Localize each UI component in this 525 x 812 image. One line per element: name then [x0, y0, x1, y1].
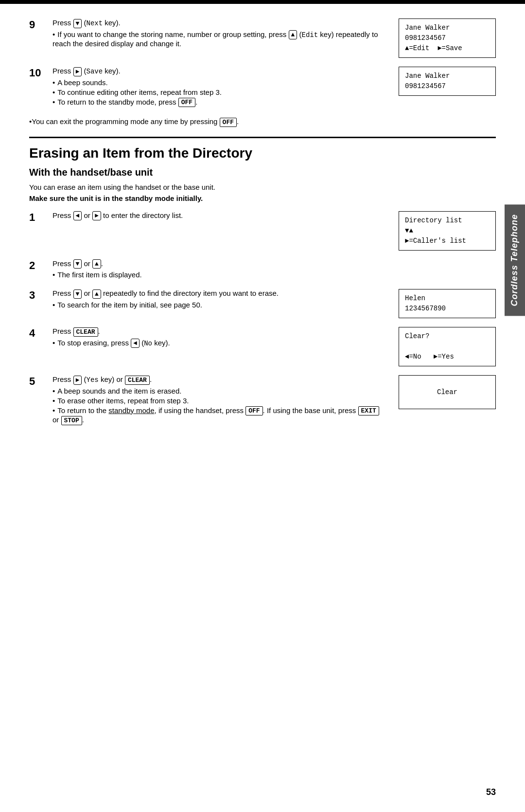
step-9-bullets: If you want to change the storing name, …	[52, 30, 384, 48]
step-3-bullets: To search for the item by initial, see p…	[52, 301, 384, 309]
key-down-3: ▼	[73, 289, 82, 299]
bullet-10-1: A beep sounds.	[52, 78, 384, 87]
step-4-number: 4	[29, 327, 49, 366]
key-right-5: ►	[73, 376, 82, 385]
key-off-10: OFF	[178, 98, 195, 107]
step-9: 9 Press ▼ (Next key). If you want to cha…	[29, 18, 496, 58]
bullet-9-1: If you want to change the storing name, …	[52, 30, 384, 48]
key-right-10: ►	[73, 67, 82, 76]
step-5: 5 Press ► (Yes key) or CLEAR. A beep sou…	[29, 375, 496, 427]
step-2: 2 Press ▼ or ▲. The first item is displa…	[29, 259, 496, 281]
page-number: 53	[486, 787, 496, 797]
key-clear-4: CLEAR	[73, 327, 98, 337]
section-divider	[29, 137, 496, 138]
step-10-main: Press ► (Save key).	[52, 67, 384, 76]
step-1-main: Press ◄ or ► to enter the directory list…	[52, 211, 384, 221]
key-right-1: ►	[92, 211, 101, 220]
bullet-4-1: To stop erasing, press ◄ (No key).	[52, 339, 384, 348]
step-9-main: Press ▼ (Next key).	[52, 18, 384, 28]
display-1: Directory list▼▲►=Caller's list	[399, 211, 496, 251]
bullet-5-2: To erase other items, repeat from step 3…	[52, 397, 384, 405]
step-4-bullets: To stop erasing, press ◄ (No key).	[52, 339, 384, 348]
key-label-9: Next	[87, 19, 103, 27]
bullet-5-1: A beep sounds and the item is erased.	[52, 387, 384, 395]
key-clear-5: CLEAR	[125, 376, 150, 385]
step-2-number: 2	[29, 259, 49, 281]
standby-note: Make sure the unit is in the standby mod…	[29, 194, 496, 202]
subsection-title: With the handset/base unit	[29, 167, 496, 178]
display-10: Jane Walker0981234567	[399, 67, 496, 96]
key-off-5: OFF	[245, 406, 262, 415]
intro-text: You can erase an item using the handset …	[29, 183, 496, 191]
step-3-main: Press ▼ or ▲ repeatedly to find the dire…	[52, 289, 384, 299]
key-left-1: ◄	[73, 211, 82, 220]
step-3-number: 3	[29, 289, 49, 318]
key-left-4: ◄	[131, 339, 140, 348]
step-10-number: 10	[29, 67, 49, 108]
step-5-main: Press ► (Yes key) or CLEAR.	[52, 375, 384, 385]
section-title: Erasing an Item from the Directory	[29, 145, 496, 161]
key-up-2: ▲	[92, 259, 101, 269]
bullet-3-1: To search for the item by initial, see p…	[52, 301, 384, 309]
key-up-9: ▲	[289, 30, 298, 39]
step-4: 4 Press CLEAR. To stop erasing, press ◄ …	[29, 327, 496, 366]
bullet-10-2: To continue editing other items, repeat …	[52, 88, 384, 96]
step-10-bullets: A beep sounds. To continue editing other…	[52, 78, 384, 108]
step-2-bullets: The first item is displayed.	[52, 271, 496, 279]
step-5-number: 5	[29, 375, 49, 427]
step-1-number: 1	[29, 211, 49, 251]
key-down-2: ▼	[73, 259, 82, 269]
key-off-global: OFF	[220, 118, 237, 127]
step-4-main: Press CLEAR.	[52, 327, 384, 337]
display-3: Helen1234567890	[399, 289, 496, 318]
display-5: Clear	[399, 375, 496, 409]
side-tab: Cordless Telephone	[505, 204, 525, 316]
step-10: 10 Press ► (Save key). A beep sounds. To…	[29, 67, 496, 108]
key-no-label: No	[144, 340, 152, 347]
key-up-3: ▲	[92, 289, 101, 299]
main-content: 9 Press ▼ (Next key). If you want to cha…	[0, 4, 525, 450]
step-3: 3 Press ▼ or ▲ repeatedly to find the di…	[29, 289, 496, 318]
bullet-2-1: The first item is displayed.	[52, 271, 496, 279]
step-5-bullets: A beep sounds and the item is erased. To…	[52, 387, 384, 425]
step-9-number: 9	[29, 18, 49, 58]
key-edit-9: Edit	[302, 31, 318, 39]
step-2-main: Press ▼ or ▲.	[52, 259, 496, 269]
bullet-5-3: To return to the standby mode, if using …	[52, 406, 384, 425]
key-yes-label: Yes	[87, 376, 99, 384]
key-down-9: ▼	[73, 19, 82, 28]
step-1: 1 Press ◄ or ► to enter the directory li…	[29, 211, 496, 251]
key-label-10: Save	[87, 68, 103, 75]
bullet-10-3: To return to the standby mode, press OFF…	[52, 98, 384, 108]
global-note: •You can exit the programming mode any t…	[29, 117, 496, 127]
key-stop-5: STOP	[61, 416, 82, 425]
display-4: Clear?◄=No ►=Yes	[399, 327, 496, 366]
top-bar	[0, 0, 525, 4]
display-9: Jane Walker0981234567▲=Edit ►=Save	[399, 18, 496, 58]
key-exit-5: EXIT	[358, 406, 379, 415]
